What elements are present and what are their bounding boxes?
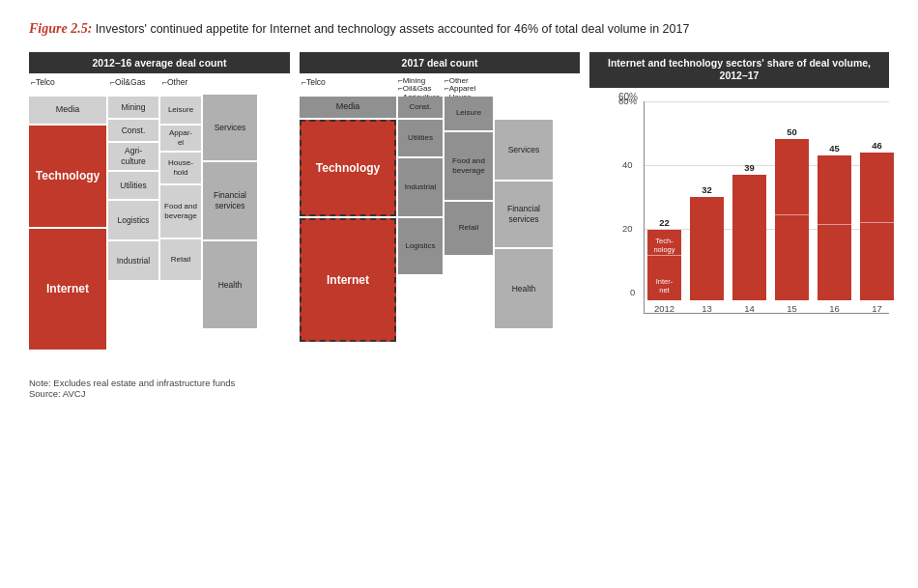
bar-17-value: 46 (860, 140, 894, 151)
bar-13-year: 13 (690, 303, 724, 314)
chart2-col3: ⌐Other⌐Apparel⌐House-hold Leisure Food a… (445, 77, 493, 362)
chart2-media-cell: Media (300, 97, 396, 118)
finservices-cell: Financialservices (203, 162, 257, 239)
chart2-leisure-cell: Leisure (445, 97, 493, 130)
bar-13-value: 32 (690, 184, 724, 195)
chart2-mining-label: ⌐Mining⌐Oil&Gas⌐Agriculture (398, 77, 443, 95)
bar-2012-value: 22 (647, 217, 681, 228)
chart1-col3: ⌐Other Leisure Appar-el House-hold Food … (160, 77, 201, 362)
agri-cell: Agri-culture (108, 143, 158, 170)
leisure-cell: Leisure (160, 97, 201, 124)
chart2-health-cell: Health (495, 249, 553, 328)
bar-14-value: 39 (732, 162, 766, 173)
bar-15-value: 50 (775, 126, 809, 137)
bar-16: 45 16 (818, 143, 851, 314)
bar-16-rect (818, 155, 851, 300)
foodbev-cell: Food andbeverage (160, 185, 201, 238)
chart1-col4: Services Financialservices Health (203, 95, 257, 362)
chart2-services-cell: Services (495, 120, 553, 180)
chart2-col4: Services Financialservices Health (495, 120, 553, 362)
chart3-area: 60% 60% 40 20 0 22 (589, 92, 889, 333)
chart2-col1: ⌐Telco Media Technology Internet (300, 77, 396, 362)
bar-15-year: 15 (775, 303, 809, 314)
chart2-foodbev-cell: Food andbeverage (445, 132, 493, 200)
chart2-finservices-cell: Financialservices (495, 182, 553, 247)
chart2-technology-cell: Technology (300, 120, 396, 216)
bar-14: 39 14 (732, 162, 766, 314)
chart2-other-label: ⌐Other⌐Apparel⌐House-hold (445, 77, 493, 95)
gridline-60 (644, 101, 889, 102)
industrial-cell: Industrial (108, 241, 158, 280)
household-cell: House-hold (160, 153, 201, 183)
health-cell: Health (203, 241, 257, 328)
bar-14-year: 14 (732, 303, 766, 314)
chart2-logistics-cell: Logistics (398, 218, 443, 274)
bar-2012-tech-label: Tech-nology (647, 238, 681, 254)
bar-15: 50 15 (775, 126, 809, 314)
chart2-section: 2017 deal count ⌐Telco Media Technology … (300, 52, 580, 362)
gridline-40 (644, 165, 889, 166)
bar-2012-year: 2012 (647, 303, 681, 314)
chart1-header: 2012–16 average deal count (29, 52, 290, 73)
chart2-internet-cell: Internet (300, 218, 396, 342)
bar-13: 32 13 (690, 184, 724, 314)
chart3-header: Internet and technology sectors' share o… (589, 52, 889, 88)
bar-17-divider (860, 222, 894, 223)
y-label-20: 20 (622, 223, 633, 234)
bar-14-rect (732, 175, 766, 300)
logistics-cell: Logistics (108, 201, 158, 239)
bar-2012: 22 Tech-nology Inter-net 2012 (647, 217, 681, 314)
chart1-col1: ⌐Telco Media Technology Internet (29, 77, 106, 362)
chart2-header: 2017 deal count (300, 52, 580, 73)
bar-17-year: 17 (860, 303, 894, 314)
const-cell: Const. (108, 120, 158, 141)
bar-2012-rect: Tech-nology Inter-net (647, 230, 681, 300)
chart1-col2: ⌐Oil&Gas Mining Const. Agri-culture Util… (108, 77, 158, 362)
y-label-60: 60% (618, 96, 637, 106)
utilities-cell: Utilities (108, 172, 158, 199)
y-label-0: 0 (630, 287, 635, 297)
telco-label: ⌐Telco (29, 77, 106, 95)
oilgas-label: ⌐Oil&Gas (108, 77, 158, 95)
bar-16-divider (818, 224, 851, 225)
chart2-utilities-cell: Utilities (398, 120, 443, 156)
bar-15-rect (775, 139, 809, 300)
chart2-treemap: ⌐Telco Media Technology Internet ⌐Mining… (300, 77, 580, 362)
chart3-section: Internet and technology sectors' share o… (589, 52, 889, 333)
chart2-const-cell: Const. (398, 97, 443, 118)
figure-text: Investors' continued appetite for Intern… (96, 22, 690, 36)
footnote-1: Note: Excludes real estate and infrastru… (29, 378, 889, 388)
bar-17: 46 17 (860, 140, 894, 314)
bar-17-rect (860, 153, 894, 300)
other-label: ⌐Other (160, 77, 201, 95)
figure-label: Figure 2.5: (29, 21, 92, 36)
internet-cell: Internet (29, 229, 106, 350)
chart1-section: 2012–16 average deal count ⌐Telco Media … (29, 52, 290, 362)
chart2-retail-cell: Retail (445, 202, 493, 255)
footnotes: Note: Excludes real estate and infrastru… (29, 378, 889, 399)
services-cell: Services (203, 95, 257, 160)
bar-2012-internet-label: Inter-net (647, 278, 681, 294)
chart2-col2: ⌐Mining⌐Oil&Gas⌐Agriculture Const. Utili… (398, 77, 443, 362)
figure-title: Figure 2.5: Investors' continued appetit… (29, 19, 889, 39)
chart2-telco-label: ⌐Telco (300, 77, 396, 95)
media-cell: Media (29, 97, 106, 124)
apparel-cell: Appar-el (160, 126, 201, 151)
footnote-2: Source: AVCJ (29, 388, 889, 399)
bar-16-year: 16 (818, 303, 851, 314)
bar-2012-divider (647, 255, 681, 256)
mining-cell: Mining (108, 97, 158, 118)
chart2-industrial-cell: Industrial (398, 158, 443, 216)
charts-row: 2012–16 average deal count ⌐Telco Media … (29, 52, 889, 362)
retail-cell: Retail (160, 239, 201, 280)
y-label-40: 40 (622, 159, 633, 170)
bar-15-divider (775, 214, 809, 215)
y-axis-line (644, 101, 645, 314)
bar-13-rect (690, 197, 724, 300)
technology-cell: Technology (29, 126, 106, 227)
bar-16-value: 45 (818, 143, 851, 154)
chart1-treemap: ⌐Telco Media Technology Internet ⌐Oil&Ga… (29, 77, 290, 362)
